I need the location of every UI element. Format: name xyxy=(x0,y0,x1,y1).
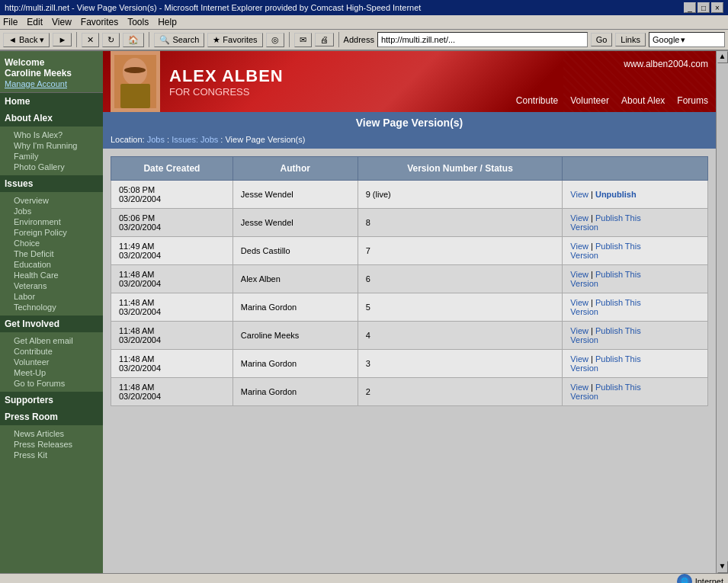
cell-actions: View | Publish This Version xyxy=(563,209,708,237)
cell-version: 5 xyxy=(358,293,563,322)
sidebar-link-education[interactable]: Education xyxy=(5,259,98,270)
scroll-down-button[interactable]: ▼ xyxy=(717,561,728,573)
table-row: 11:48 AM 03/20/2004Caroline Meeks4View |… xyxy=(111,322,708,350)
sidebar-link-news-articles[interactable]: News Articles xyxy=(5,428,98,439)
search-button[interactable]: 🔍 Search xyxy=(154,33,204,47)
sidebar-link-overview[interactable]: Overview xyxy=(5,195,98,206)
candidate-name: ALEX ALBEN xyxy=(169,66,284,86)
sidebar-item-get-involved[interactable]: Get Involved xyxy=(0,316,103,332)
header-nav: Contribute Volunteer About Alex Forums xyxy=(516,95,708,106)
back-button[interactable]: ◄ Back ▾ xyxy=(3,33,50,47)
sidebar-link-veterans[interactable]: Veterans xyxy=(5,280,98,291)
sidebar-link-choice[interactable]: Choice xyxy=(5,238,98,248)
sidebar-link-family[interactable]: Family xyxy=(5,151,98,162)
col-header-author: Author xyxy=(233,157,358,181)
nav-volunteer[interactable]: Volunteer xyxy=(570,95,609,106)
sidebar-link-go-to-forums[interactable]: Go to Forums xyxy=(5,378,98,389)
scrollbar[interactable]: ▲ ▼ xyxy=(716,51,728,573)
view-link[interactable]: View xyxy=(570,354,588,364)
cell-date: 11:48 AM 03/20/2004 xyxy=(111,378,233,406)
breadcrumb-issues-jobs[interactable]: Issues: Jobs xyxy=(172,135,218,144)
sidebar-item-press-room[interactable]: Press Room xyxy=(0,408,103,425)
sidebar-link-deficit[interactable]: The Deficit xyxy=(5,248,98,259)
sidebar-link-press-releases[interactable]: Press Releases xyxy=(5,439,98,450)
cell-author: Marina Gordon xyxy=(233,378,358,406)
cell-version: 4 xyxy=(358,322,563,350)
cell-author: Alex Alben xyxy=(233,265,358,293)
sidebar-link-why-running[interactable]: Why I'm Running xyxy=(5,140,98,151)
sidebar-link-get-alben-email[interactable]: Get Alben email xyxy=(5,335,98,346)
nav-about-alex[interactable]: About Alex xyxy=(621,95,665,106)
sidebar-link-jobs[interactable]: Jobs xyxy=(5,206,98,216)
cell-version: 3 xyxy=(358,350,563,378)
nav-contribute[interactable]: Contribute xyxy=(516,95,558,106)
sidebar-link-meet-up[interactable]: Meet-Up xyxy=(5,367,98,378)
menu-file[interactable]: File xyxy=(3,17,18,27)
google-search-box[interactable]: Google▾ xyxy=(649,32,725,47)
view-link[interactable]: View xyxy=(570,326,588,335)
sidebar-link-health-care[interactable]: Health Care xyxy=(5,270,98,280)
scroll-up-button[interactable]: ▲ xyxy=(717,51,728,63)
cell-actions: View | Publish This Version xyxy=(563,350,708,378)
print-button[interactable]: 🖨 xyxy=(315,33,334,46)
media-button[interactable]: ◎ xyxy=(266,33,284,47)
sidebar-welcome: Welcome Caroline Meeks Manage Account xyxy=(0,51,103,93)
menu-view[interactable]: View xyxy=(52,17,72,27)
toolbar-separator-2 xyxy=(149,32,149,47)
status-bar: 🌐 Internet xyxy=(0,573,728,583)
sidebar-link-environment[interactable]: Environment xyxy=(5,216,98,227)
manage-account-link[interactable]: Manage Account xyxy=(5,79,67,88)
sidebar-item-issues[interactable]: Issues xyxy=(0,175,103,192)
view-link[interactable]: View xyxy=(570,190,588,199)
mail-button[interactable]: ✉ xyxy=(294,33,312,47)
sidebar-link-labor[interactable]: Labor xyxy=(5,291,98,302)
refresh-button[interactable]: ↻ xyxy=(102,33,120,47)
sidebar-item-supporters[interactable]: Supporters xyxy=(0,392,103,408)
view-link[interactable]: View xyxy=(570,270,588,279)
sidebar-link-contribute[interactable]: Contribute xyxy=(5,346,98,357)
svg-rect-2 xyxy=(120,84,150,108)
view-link[interactable]: View xyxy=(570,383,588,392)
page-wrapper: Welcome Caroline Meeks Manage Account Ho… xyxy=(0,51,728,573)
links-button[interactable]: Links xyxy=(615,33,646,46)
address-bar[interactable] xyxy=(377,32,588,47)
sidebar-item-home[interactable]: Home xyxy=(0,93,103,110)
sidebar-link-photo-gallery[interactable]: Photo Gallery xyxy=(5,162,98,172)
view-link[interactable]: View xyxy=(570,242,588,251)
stop-button[interactable]: ✕ xyxy=(82,33,99,47)
sidebar-link-technology[interactable]: Technology xyxy=(5,302,98,312)
minimize-button[interactable]: _ xyxy=(684,2,696,13)
candidate-tagline: FOR CONGRESS xyxy=(169,86,284,98)
nav-forums[interactable]: Forums xyxy=(677,95,708,106)
col-header-version: Version Number / Status xyxy=(358,157,563,181)
breadcrumb-jobs[interactable]: Jobs xyxy=(147,135,165,144)
favorites-button[interactable]: ★ Favorites xyxy=(207,33,262,47)
unpublish-link[interactable]: Unpublish xyxy=(595,190,637,199)
breadcrumb-current: View Page Version(s) xyxy=(225,135,305,144)
menu-favorites[interactable]: Favorites xyxy=(81,17,118,27)
sidebar-link-foreign-policy[interactable]: Foreign Policy xyxy=(5,227,98,238)
cell-author: Marina Gordon xyxy=(233,350,358,378)
sidebar-link-who-is-alex[interactable]: Who Is Alex? xyxy=(5,130,98,140)
cell-date: 11:49 AM 03/20/2004 xyxy=(111,237,233,265)
sidebar: Welcome Caroline Meeks Manage Account Ho… xyxy=(0,51,103,573)
window-controls: _ □ × xyxy=(684,2,723,13)
cell-version: 7 xyxy=(358,237,563,265)
sidebar-issues-links: Overview Jobs Environment Foreign Policy… xyxy=(0,192,103,316)
view-link[interactable]: View xyxy=(570,298,588,307)
close-button[interactable]: × xyxy=(711,2,723,13)
maximize-button[interactable]: □ xyxy=(698,2,710,13)
sidebar-item-about-alex[interactable]: About Alex xyxy=(0,110,103,127)
menu-help[interactable]: Help xyxy=(158,17,177,27)
sidebar-link-press-kit[interactable]: Press Kit xyxy=(5,450,98,460)
toolbar-separator xyxy=(76,32,77,47)
sidebar-get-involved-links: Get Alben email Contribute Volunteer Mee… xyxy=(0,332,103,392)
forward-button[interactable]: ► xyxy=(53,33,72,46)
menu-edit[interactable]: Edit xyxy=(27,17,43,27)
sidebar-link-volunteer[interactable]: Volunteer xyxy=(5,357,98,367)
menu-tools[interactable]: Tools xyxy=(127,17,149,27)
view-link[interactable]: View xyxy=(570,213,588,223)
go-button[interactable]: Go xyxy=(591,33,613,46)
home-button[interactable]: 🏠 xyxy=(123,33,144,47)
toolbar-separator-4 xyxy=(338,32,339,47)
